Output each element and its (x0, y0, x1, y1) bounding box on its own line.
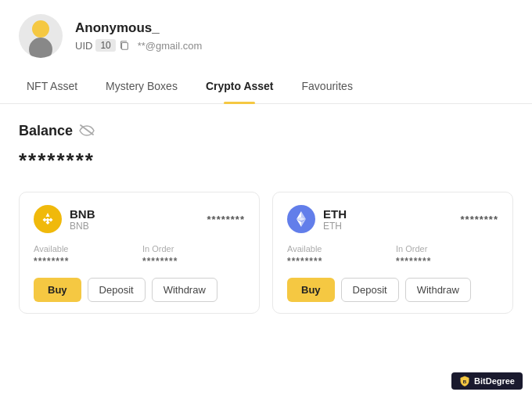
bnb-icon (34, 205, 62, 233)
eth-withdraw-button[interactable]: Withdraw (405, 278, 471, 302)
tabs-nav: NFT Asset Mystery Boxes Crypto Asset Fav… (0, 69, 532, 104)
eth-names: ETH ETH (323, 207, 347, 232)
bnb-deposit-button[interactable]: Deposit (88, 278, 146, 302)
copy-icon[interactable] (119, 40, 130, 51)
uid-value: 10 (95, 39, 115, 52)
bnb-available: Available ******** (34, 244, 136, 267)
svg-rect-0 (121, 43, 128, 50)
profile-info: Anonymous_ UID 10 **@gmail.com (75, 20, 202, 52)
crypto-card-eth: ETH ETH ******** Available ******** In O… (272, 192, 513, 314)
eth-balance: ******** (461, 214, 498, 225)
balance-amount: ******** (19, 149, 513, 173)
tab-crypto-asset[interactable]: Crypto Asset (192, 69, 288, 103)
balance-header: Balance (19, 123, 513, 139)
bnb-available-value: ******** (34, 256, 136, 267)
bnb-symbol: BNB (70, 207, 95, 221)
cards-grid: BNB BNB ******** Available ******** In O… (19, 192, 513, 314)
eth-available-label: Available (287, 244, 390, 253)
profile-meta: UID 10 **@gmail.com (75, 39, 202, 52)
profile-email: **@gmail.com (138, 40, 203, 52)
avatar (19, 14, 63, 58)
bnb-withdraw-button[interactable]: Withdraw (152, 278, 217, 302)
bnb-name: BNB (70, 221, 95, 232)
bnb-actions: Buy Deposit Withdraw (34, 278, 245, 302)
balance-label: Balance (19, 123, 73, 139)
eth-deposit-button[interactable]: Deposit (341, 278, 399, 302)
visibility-toggle-icon[interactable] (79, 124, 95, 139)
tab-nft-asset[interactable]: NFT Asset (13, 69, 92, 103)
eth-available: Available ******** (287, 244, 390, 267)
coin-info-bnb: BNB BNB (34, 205, 95, 233)
eth-actions: Buy Deposit Withdraw (287, 278, 498, 302)
eth-icon (287, 205, 315, 233)
bnb-in-order-label: In Order (142, 244, 245, 253)
eth-symbol: ETH (323, 207, 347, 221)
tab-mystery-boxes[interactable]: Mystery Boxes (92, 69, 192, 103)
eth-in-order-value: ******** (396, 256, 498, 267)
profile-section: Anonymous_ UID 10 **@gmail.com (0, 0, 532, 69)
bnb-names: BNB BNB (70, 207, 95, 232)
crypto-card-bnb: BNB BNB ******** Available ******** In O… (19, 192, 260, 314)
bnb-stats: Available ******** In Order ******** (34, 244, 245, 267)
eth-stats: Available ******** In Order ******** (287, 244, 498, 267)
eth-buy-button[interactable]: Buy (287, 278, 335, 302)
bnb-balance: ******** (207, 214, 245, 225)
svg-text:B: B (463, 379, 467, 384)
bnb-available-label: Available (34, 244, 136, 253)
card-header-bnb: BNB BNB ******** (34, 205, 245, 233)
coin-info-eth: ETH ETH (287, 205, 347, 233)
bitdegree-badge: B BitDegree (451, 372, 523, 390)
eth-in-order-label: In Order (396, 244, 498, 253)
bitdegree-text: BitDegree (474, 376, 515, 386)
tab-favourites[interactable]: Favourites (288, 69, 367, 103)
bnb-in-order: In Order ******** (142, 244, 245, 267)
content-area: Balance ******** (0, 104, 532, 329)
bnb-in-order-value: ******** (142, 256, 245, 267)
card-header-eth: ETH ETH ******** (287, 205, 498, 233)
bnb-buy-button[interactable]: Buy (34, 278, 81, 302)
eth-available-value: ******** (287, 256, 390, 267)
bitdegree-shield-icon: B (459, 376, 470, 386)
eth-in-order: In Order ******** (396, 244, 498, 267)
uid-block: UID 10 (75, 39, 130, 52)
profile-name: Anonymous_ (75, 20, 202, 36)
uid-label: UID (75, 40, 92, 52)
eth-name: ETH (323, 221, 347, 232)
